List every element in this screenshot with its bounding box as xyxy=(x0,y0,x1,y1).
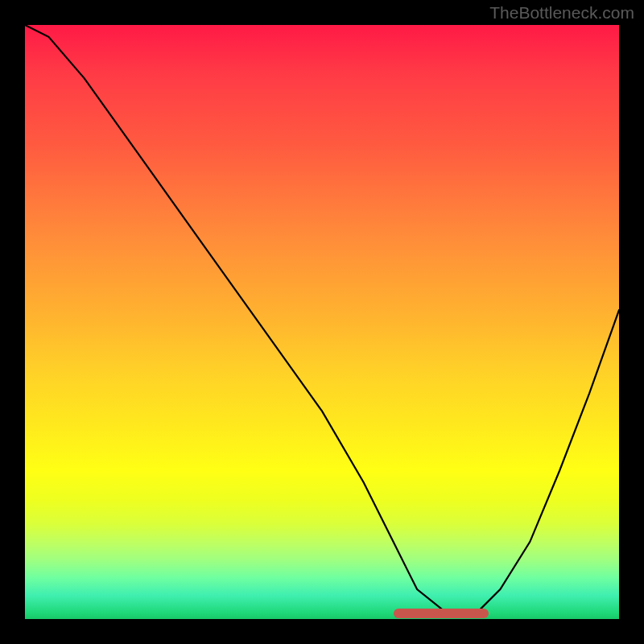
curve-path xyxy=(25,25,619,613)
valley-marker xyxy=(394,609,489,618)
plot-area xyxy=(25,25,619,619)
bottleneck-curve xyxy=(25,25,619,619)
watermark-text: TheBottleneck.com xyxy=(489,3,634,23)
